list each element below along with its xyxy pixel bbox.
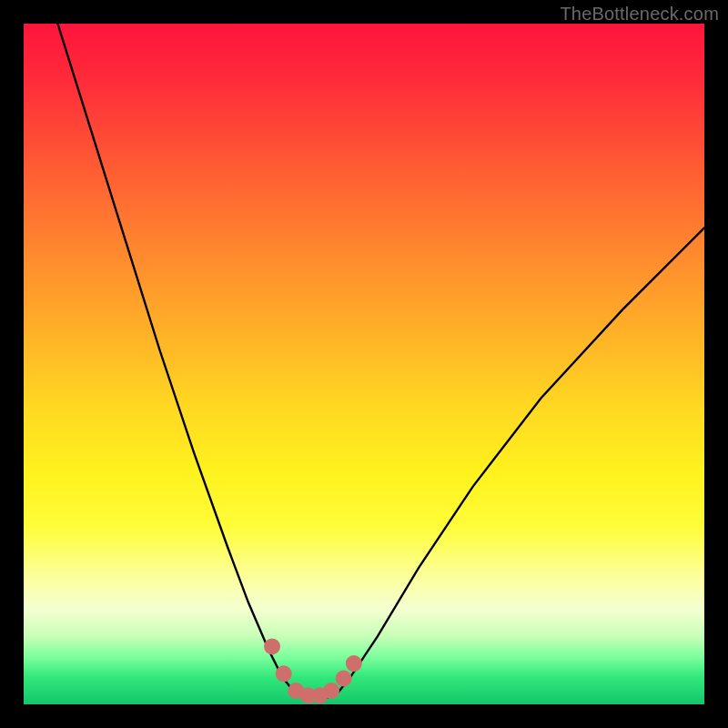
trough-marker (264, 638, 280, 654)
trough-marker (346, 655, 362, 672)
chart-frame: TheBottleneck.com (0, 0, 728, 728)
curve-layer (24, 24, 704, 704)
plot-area (24, 24, 704, 704)
trough-marker (276, 665, 292, 682)
trough-marker (336, 671, 352, 687)
trough-markers (264, 638, 362, 703)
watermark-text: TheBottleneck.com (560, 4, 719, 25)
trough-marker (323, 682, 339, 699)
bottleneck-curve (57, 24, 704, 699)
